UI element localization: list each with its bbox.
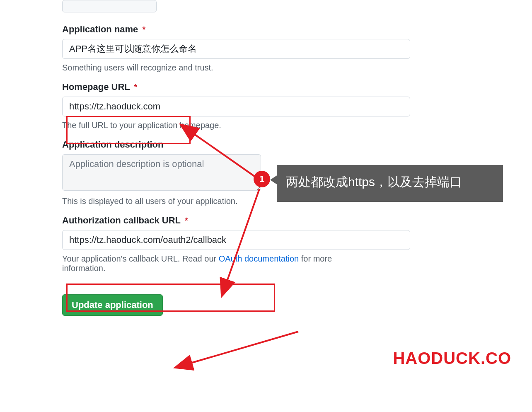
homepage-url-group: Homepage URL * The full URL to your appl…: [62, 82, 348, 130]
app-name-input[interactable]: [62, 39, 410, 59]
app-name-help: Something users will recognize and trust…: [62, 63, 348, 73]
app-name-group: Application name * Something users will …: [62, 24, 348, 73]
required-asterisk: *: [185, 216, 188, 225]
annotation-tooltip: 两处都改成https，以及去掉端口: [277, 165, 503, 202]
update-application-button[interactable]: Update application: [62, 294, 163, 316]
watermark-text: HAODUCK.CO: [393, 349, 511, 368]
callback-url-label-text: Authorization callback URL: [62, 215, 181, 225]
description-label: Application description: [62, 139, 348, 150]
homepage-url-label-text: Homepage URL: [62, 82, 130, 92]
app-name-label: Application name *: [62, 24, 348, 35]
homepage-url-label: Homepage URL *: [62, 82, 348, 92]
oauth-doc-link[interactable]: OAuth documentation: [219, 254, 299, 263]
callback-url-help-prefix: Your application's callback URL. Read ou…: [62, 254, 219, 263]
required-asterisk: *: [142, 25, 145, 34]
app-name-label-text: Application name: [62, 24, 138, 34]
required-asterisk: *: [134, 82, 138, 92]
annotation-badge-1: 1: [254, 171, 270, 187]
description-textarea[interactable]: [62, 154, 261, 191]
callback-url-label: Authorization callback URL *: [62, 215, 348, 226]
unknown-top-box: [62, 0, 157, 12]
homepage-url-input[interactable]: [62, 97, 410, 116]
homepage-url-help: The full URL to your application homepag…: [62, 121, 348, 130]
callback-url-group: Authorization callback URL * Your applic…: [62, 215, 348, 273]
form-divider: [62, 285, 410, 285]
callback-url-input[interactable]: [62, 230, 410, 250]
svg-line-5: [191, 332, 298, 363]
description-label-text: Application description: [62, 139, 163, 150]
callback-url-help: Your application's callback URL. Read ou…: [62, 254, 348, 273]
